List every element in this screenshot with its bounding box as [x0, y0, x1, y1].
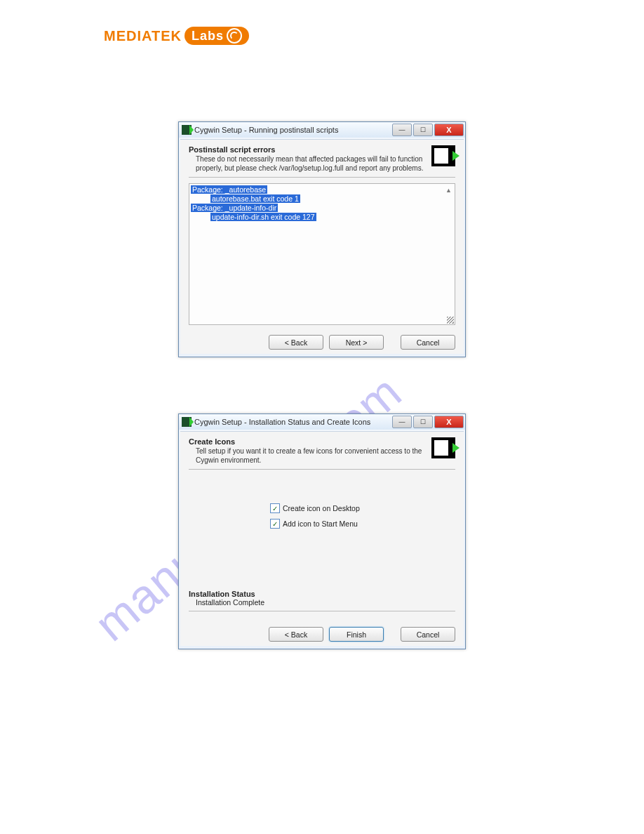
log-lines: Package: _autorebase autorebase.bat exit…	[189, 184, 455, 223]
window-body: Create Icons Tell setup if you want it t…	[180, 431, 464, 646]
header-row: Create Icons Tell setup if you want it t…	[189, 437, 455, 465]
divider	[189, 611, 455, 611]
logo-labs-text: Labs	[192, 29, 224, 44]
mediatek-labs-logo: MEDIATEK Labs	[104, 27, 249, 45]
window-title: Cygwin Setup - Installation Status and C…	[194, 418, 370, 426]
header-text: Create Icons Tell setup if you want it t…	[189, 437, 427, 465]
back-button[interactable]: < Back	[269, 627, 323, 642]
cygwin-app-icon	[182, 417, 192, 427]
status-text: Installation Complete	[189, 598, 455, 607]
log-line: autorebase.bat exit code 1	[210, 194, 300, 203]
header-text: Postinstall script errors These do not n…	[189, 145, 427, 173]
install-status: Installation Status Installation Complet…	[189, 590, 455, 607]
close-button[interactable]: X	[434, 124, 464, 136]
header-row: Postinstall script errors These do not n…	[189, 145, 455, 173]
error-log-textarea[interactable]: ▲ Package: _autorebase autorebase.bat ex…	[189, 183, 455, 325]
cygwin-create-icons-window: Cygwin Setup - Installation Status and C…	[178, 413, 466, 649]
cygwin-postinstall-window: Cygwin Setup - Running postinstall scrip…	[178, 121, 466, 357]
minimize-button[interactable]: —	[392, 416, 412, 428]
resize-grip-icon[interactable]	[447, 317, 454, 324]
maximize-button[interactable]: ☐	[413, 416, 433, 428]
header-desc: Tell setup if you want it to create a fe…	[189, 447, 427, 465]
startmenu-icon-checkbox[interactable]: ✓	[270, 519, 280, 529]
window-controls: — ☐ X	[392, 124, 464, 136]
header-title: Postinstall script errors	[189, 145, 427, 154]
window-controls: — ☐ X	[392, 416, 464, 428]
next-button[interactable]: Next >	[329, 335, 384, 350]
logo-brand: MEDIATEK	[104, 28, 182, 44]
cygwin-wizard-icon	[431, 437, 455, 458]
spacer	[389, 627, 395, 642]
titlebar[interactable]: Cygwin Setup - Installation Status and C…	[179, 414, 465, 430]
option-row: ✓ Create icon on Desktop	[189, 503, 455, 513]
wizard-buttons: < Back Finish Cancel	[189, 624, 455, 642]
cancel-button[interactable]: Cancel	[401, 627, 455, 642]
options-area: ✓ Create icon on Desktop ✓ Add icon to S…	[189, 475, 455, 590]
header-title: Create Icons	[189, 437, 427, 446]
window-body: Postinstall script errors These do not n…	[180, 139, 464, 354]
cygwin-wizard-icon	[431, 145, 455, 166]
log-line: Package: _update-info-dir	[191, 204, 278, 212]
divider	[189, 469, 455, 470]
close-button[interactable]: X	[434, 416, 464, 428]
minimize-button[interactable]: —	[392, 124, 412, 136]
maximize-button[interactable]: ☐	[413, 124, 433, 136]
scroll-up-icon: ▲	[445, 187, 452, 194]
option-row: ✓ Add icon to Start Menu	[189, 519, 455, 529]
startmenu-icon-label: Add icon to Start Menu	[283, 519, 374, 528]
header-desc: These do not necessarily mean that affec…	[189, 155, 427, 173]
wizard-buttons: < Back Next > Cancel	[189, 332, 455, 350]
divider	[189, 177, 455, 178]
desktop-icon-checkbox[interactable]: ✓	[270, 503, 280, 513]
status-title: Installation Status	[189, 590, 455, 598]
window-title: Cygwin Setup - Running postinstall scrip…	[194, 126, 338, 134]
logo-labs-badge: Labs	[185, 27, 249, 45]
log-line: update-info-dir.sh exit code 127	[210, 213, 316, 221]
finish-button[interactable]: Finish	[329, 627, 384, 642]
cygwin-app-icon	[182, 125, 192, 135]
log-line: Package: _autorebase	[191, 185, 267, 194]
labs-spiral-icon	[227, 28, 242, 44]
desktop-icon-label: Create icon on Desktop	[283, 504, 374, 512]
back-button[interactable]: < Back	[269, 335, 323, 350]
spacer	[389, 335, 395, 350]
titlebar[interactable]: Cygwin Setup - Running postinstall scrip…	[179, 122, 465, 138]
cancel-button[interactable]: Cancel	[401, 335, 455, 350]
